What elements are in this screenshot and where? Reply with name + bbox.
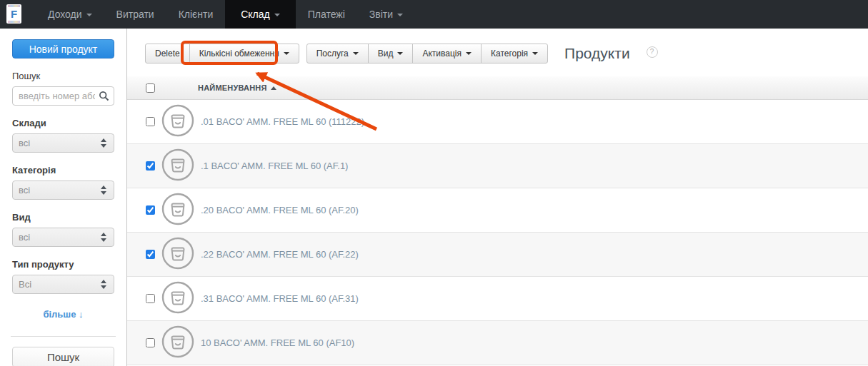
apply-search-button[interactable]: Пошук xyxy=(12,347,114,366)
row-checkbox[interactable] xyxy=(146,117,155,126)
main-content: Delete Кількісні обмеження Послуга Вид А… xyxy=(127,29,868,366)
nav-item-expenses[interactable]: Витрати xyxy=(104,0,166,29)
nav-item-clients[interactable]: Клієнти xyxy=(166,0,226,29)
main-menu: Доходи Витрати Клієнти Склад Платежі Зві… xyxy=(36,0,415,29)
product-name-link[interactable]: 10 BACO' AMM. FREE ML 60 (AF10) xyxy=(201,337,354,348)
chevron-down-icon xyxy=(397,52,403,55)
row-checkbox[interactable] xyxy=(146,250,155,259)
product-bucket-icon xyxy=(161,237,194,273)
app-window: F Доходи Витрати Клієнти Склад Платежі З… xyxy=(0,0,868,366)
top-navbar: F Доходи Витрати Клієнти Склад Платежі З… xyxy=(0,0,868,29)
product-bucket-icon xyxy=(161,148,194,184)
select-arrows-icon xyxy=(101,185,106,195)
help-icon[interactable]: ? xyxy=(647,46,658,58)
table-header: НАЙМЕНУВАННЯ xyxy=(127,76,868,100)
category-dropdown[interactable]: Категорія xyxy=(481,44,548,63)
warehouses-label: Склади xyxy=(12,118,114,128)
table-row: .31 BACO' AMM. FREE ML 60 (AF.31) xyxy=(127,277,868,321)
product-rows: .01 BACO' AMM. FREE ML 60 (111222) .1 BA… xyxy=(127,100,868,365)
table-row: .1 BACO' AMM. FREE ML 60 (AF.1) xyxy=(127,144,868,188)
delete-button[interactable]: Delete xyxy=(145,44,190,63)
row-checkbox[interactable] xyxy=(146,294,155,303)
table-row: .01 BACO' AMM. FREE ML 60 (111222) xyxy=(127,100,868,144)
chevron-down-icon xyxy=(274,14,280,16)
kind-dropdown[interactable]: Вид xyxy=(368,44,414,63)
filters-sidebar: Новий продукт Пошук Склади всі Категорія… xyxy=(0,29,127,366)
chevron-down-icon xyxy=(397,14,403,16)
logo-letter: F xyxy=(11,8,17,20)
product-bucket-icon xyxy=(161,193,194,228)
bulk-actions-toolbar: Delete Кількісні обмеження Послуга Вид А… xyxy=(127,29,868,63)
product-bucket-icon xyxy=(161,325,194,361)
more-filters-link[interactable]: більше ↓ xyxy=(12,309,114,320)
select-arrows-icon xyxy=(101,138,106,148)
page-title: Продукти xyxy=(564,45,630,62)
product-type-select[interactable]: Всі xyxy=(12,275,114,294)
chevron-down-icon xyxy=(86,14,92,16)
select-arrows-icon xyxy=(101,280,106,289)
search-label: Пошук xyxy=(12,71,114,81)
activation-dropdown[interactable]: Активація xyxy=(412,44,482,63)
nav-item-reports[interactable]: Звіти xyxy=(357,0,415,29)
sort-asc-icon xyxy=(271,86,276,90)
product-name-link[interactable]: .1 BACO' AMM. FREE ML 60 (AF.1) xyxy=(201,161,348,171)
product-bucket-icon xyxy=(161,281,194,317)
row-checkbox[interactable] xyxy=(146,161,155,171)
product-name-link[interactable]: .31 BACO' AMM. FREE ML 60 (AF.31) xyxy=(201,293,359,304)
product-name-link[interactable]: .20 BACO' AMM. FREE ML 60 (AF.20) xyxy=(201,205,359,215)
arrow-down-icon: ↓ xyxy=(79,309,84,320)
product-bucket-icon xyxy=(161,104,194,140)
select-arrows-icon xyxy=(101,233,106,242)
new-product-button[interactable]: Новий продукт xyxy=(12,39,114,59)
category-select[interactable]: всі xyxy=(12,181,114,200)
sidebar-divider xyxy=(11,336,116,337)
quantity-limits-dropdown[interactable]: Кількісні обмеження xyxy=(189,44,299,63)
warehouses-select[interactable]: всі xyxy=(12,133,114,153)
row-checkbox[interactable] xyxy=(146,205,155,215)
column-header-name[interactable]: НАЙМЕНУВАННЯ xyxy=(198,83,276,92)
nav-item-warehouse[interactable]: Склад xyxy=(225,0,296,29)
table-row: 10 BACO' AMM. FREE ML 60 (AF10) xyxy=(127,321,868,365)
chevron-down-icon xyxy=(353,52,359,55)
nav-item-payments[interactable]: Платежі xyxy=(296,0,357,29)
product-name-link[interactable]: .22 BACO' AMM. FREE ML 60 (AF.22) xyxy=(201,249,359,260)
service-dropdown[interactable]: Послуга xyxy=(306,44,369,63)
select-all-checkbox[interactable] xyxy=(146,83,155,93)
nav-item-incomes[interactable]: Доходи xyxy=(36,0,104,29)
chevron-down-icon xyxy=(532,52,538,55)
kind-select[interactable]: всі xyxy=(12,228,114,247)
chevron-down-icon xyxy=(284,52,289,55)
chevron-down-icon xyxy=(466,52,472,55)
category-label: Категорія xyxy=(12,165,114,176)
row-checkbox[interactable] xyxy=(146,338,155,347)
app-logo[interactable]: F xyxy=(6,4,21,24)
product-name-link[interactable]: .01 BACO' AMM. FREE ML 60 (111222) xyxy=(201,116,364,127)
product-type-label: Тип продукту xyxy=(12,259,114,270)
table-row: .22 BACO' AMM. FREE ML 60 (AF.22) xyxy=(127,233,868,277)
kind-label: Вид xyxy=(12,212,114,223)
table-row: .20 BACO' AMM. FREE ML 60 (AF.20) xyxy=(127,188,868,233)
search-icon[interactable] xyxy=(99,91,109,104)
